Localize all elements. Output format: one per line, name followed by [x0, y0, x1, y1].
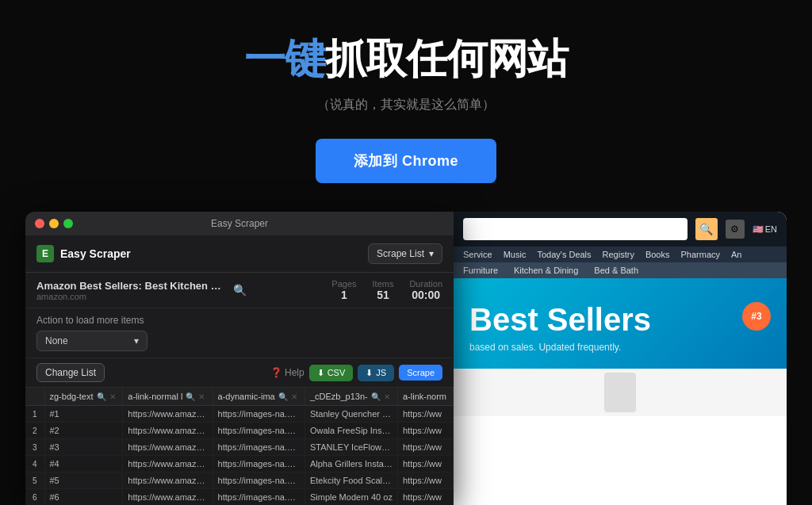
settings-icon[interactable]: ⚙ [726, 220, 745, 239]
nav-item-deals[interactable]: Today's Deals [537, 250, 591, 259]
search-icon[interactable]: 🔍 [371, 392, 381, 401]
subnav-item-kitchen[interactable]: Kitchen & Dining [514, 266, 578, 275]
close-icon[interactable]: ✕ [109, 392, 116, 401]
col-2-name: a-link-normal l [128, 392, 182, 401]
product-image-area [454, 369, 787, 416]
table-row: 4 #4 https://www.amazon.c https://images… [25, 456, 454, 472]
hero-title: 一键抓取任何网站 [244, 32, 568, 87]
download-icon: ⬇ [317, 368, 324, 378]
nav-item-music[interactable]: Music [504, 250, 527, 259]
best-sellers-subtitle: based on sales. Updated frequently. [469, 342, 771, 353]
col-5-name: a-link-norm [403, 392, 446, 401]
close-button[interactable] [35, 219, 44, 228]
best-sellers-title: Best Sellers [469, 302, 771, 337]
row-num: 2 [25, 423, 44, 439]
flag-container: 🇺🇸 EN [753, 224, 777, 235]
row-num: 3 [25, 439, 44, 456]
cell-c3: https://images-na.ssl-i [213, 423, 304, 439]
items-value: 51 [373, 289, 394, 301]
scrape-list-button[interactable]: Scrape List ▾ [368, 243, 442, 264]
table-row: 2 #2 https://www.amazon.c https://images… [25, 423, 454, 439]
cell-c5: https://ww [398, 439, 454, 456]
pages-label: Pages [331, 279, 356, 289]
cell-c2: https://www.amazon.c [123, 423, 213, 439]
nav-item-books[interactable]: Books [645, 250, 670, 259]
download-icon: ⬇ [366, 368, 373, 378]
change-list-button[interactable]: Change List [36, 363, 105, 382]
cell-c2: https://www.amazon.c [123, 472, 213, 489]
logo-letter: E [42, 248, 48, 259]
stat-pages: Pages 1 [331, 279, 356, 301]
ext-logo: E Easy Scraper [36, 245, 131, 262]
amazon-subnav: Furniture Kitchen & Dining Bed & Bath [454, 262, 787, 278]
cell-c5: https://ww [398, 423, 454, 439]
cell-c4: Etekcity Food Scale, D [304, 472, 397, 489]
col-header-3: a-dynamic-ima 🔍 ✕ [213, 388, 304, 406]
product-image [604, 373, 636, 412]
amazon-search-bar[interactable] [463, 218, 688, 240]
search-icon[interactable]: 🔍 [278, 392, 288, 401]
js-export-button[interactable]: ⬇ JS [358, 365, 394, 381]
search-icon[interactable]: 🔍 [97, 392, 106, 401]
nav-item-more[interactable]: An [731, 250, 741, 259]
pages-value: 1 [331, 289, 356, 301]
add-to-chrome-button[interactable]: 添加到 Chrome [316, 139, 496, 183]
site-domain: amazon.com [36, 292, 227, 301]
col-header-5: a-link-norm [398, 388, 454, 406]
help-button[interactable]: ❓ Help [270, 367, 304, 378]
row-num-header [25, 388, 44, 406]
chevron-down-icon: ▾ [429, 248, 434, 259]
chevron-down-icon: ▾ [134, 335, 139, 346]
ext-header: E Easy Scraper Scrape List ▾ [25, 235, 454, 273]
cell-c4: STANLEY IceFlow Stai [304, 439, 397, 456]
stats-row: Pages 1 Items 51 Duration 00:00 [331, 279, 442, 301]
browser-area: Easy Scraper E Easy Scraper Scrape List … [25, 212, 787, 505]
csv-export-button[interactable]: ⬇ CSV [309, 365, 354, 381]
nav-item-pharmacy[interactable]: Pharmacy [680, 250, 720, 259]
cell-c4: Alpha Grillers Instant R [304, 456, 397, 472]
duration-label: Duration [409, 279, 442, 289]
ext-logo-text: Easy Scraper [60, 247, 131, 260]
duration-value: 00:00 [409, 289, 442, 301]
maximize-button[interactable] [63, 219, 73, 228]
site-left: Amazon Best Sellers: Best Kitchen & Dini… [36, 280, 247, 301]
cell-c4: Simple Modern 40 oz [304, 489, 397, 506]
cell-c1: #5 [44, 472, 123, 489]
table-row: 5 #5 https://www.amazon.c https://images… [25, 472, 454, 489]
scrape-list-label: Scrape List [377, 248, 424, 259]
cell-c2: https://www.amazon.c [123, 406, 213, 423]
items-label: Items [373, 279, 394, 289]
site-details: Amazon Best Sellers: Best Kitchen & Dini… [36, 280, 227, 301]
search-icon[interactable]: 🔍 [233, 284, 247, 296]
close-icon[interactable]: ✕ [198, 392, 205, 401]
minimize-button[interactable] [49, 219, 59, 228]
search-icon[interactable]: 🔍 [186, 392, 195, 401]
scrape-button[interactable]: Scrape [399, 365, 442, 381]
col-1-name: zg-bdg-text [50, 392, 94, 401]
nav-item-service[interactable]: Service [463, 250, 492, 259]
cell-c4: Owala FreeSip Insulate [304, 423, 397, 439]
amazon-header: 🔍 ⚙ 🇺🇸 EN [454, 212, 787, 247]
stat-items: Items 51 [373, 279, 394, 301]
cell-c1: #4 [44, 456, 123, 472]
traffic-lights [35, 219, 73, 228]
extension-panel: Easy Scraper E Easy Scraper Scrape List … [25, 212, 454, 505]
table-row: 6 #6 https://www.amazon.c https://images… [25, 489, 454, 506]
cell-c5: https://ww [398, 489, 454, 506]
close-icon[interactable]: ✕ [291, 392, 297, 401]
hero-section: 一键抓取任何网站 （说真的，其实就是这么简单） 添加到 Chrome [0, 0, 812, 212]
subnav-item-furniture[interactable]: Furniture [463, 266, 498, 275]
close-icon[interactable]: ✕ [384, 392, 390, 401]
cell-c1: #3 [44, 439, 123, 456]
action-select[interactable]: None ▾ [36, 331, 147, 351]
amazon-nav: Service Music Today's Deals Registry Boo… [454, 247, 787, 262]
hero-title-normal: 抓取任何网站 [325, 36, 568, 82]
row-num: 5 [25, 472, 44, 489]
subnav-item-bed[interactable]: Bed & Bath [594, 266, 638, 275]
amazon-search-button[interactable]: 🔍 [695, 218, 718, 240]
table-row: 3 #3 https://www.amazon.c https://images… [25, 439, 454, 456]
cell-c5: https://ww [398, 472, 454, 489]
cell-c5: https://ww [398, 406, 454, 423]
cell-c3: https://images-na.ssl-i [213, 489, 304, 506]
nav-item-registry[interactable]: Registry [603, 250, 634, 259]
